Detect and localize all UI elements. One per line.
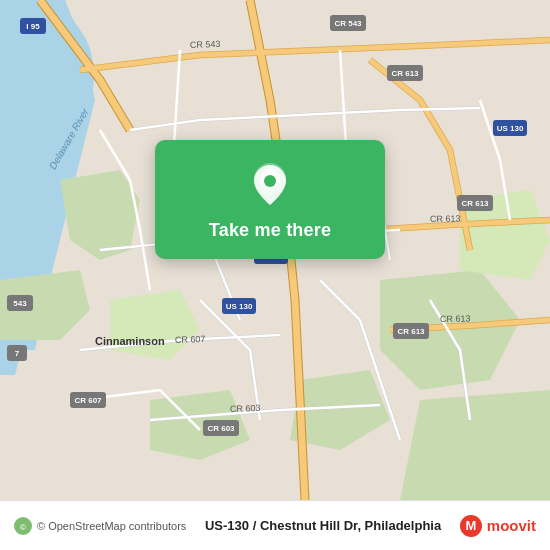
svg-text:7: 7	[15, 349, 20, 358]
svg-text:CR 603: CR 603	[207, 424, 235, 433]
svg-text:CR 607: CR 607	[74, 396, 102, 405]
svg-text:CR 543: CR 543	[190, 39, 221, 50]
svg-text:CR 607: CR 607	[175, 334, 206, 345]
osm-credit-text: © OpenStreetMap contributors	[37, 520, 186, 532]
take-me-there-button[interactable]: Take me there	[209, 220, 331, 241]
svg-text:©: ©	[20, 523, 26, 532]
moovit-logo: M moovit	[460, 515, 536, 537]
svg-text:CR 613: CR 613	[461, 199, 489, 208]
svg-text:US 130: US 130	[226, 302, 253, 311]
svg-text:US 130: US 130	[497, 124, 524, 133]
bottom-bar: © © OpenStreetMap contributors US-130 / …	[0, 500, 550, 550]
svg-text:CR 613: CR 613	[391, 69, 419, 78]
svg-text:543: 543	[13, 299, 27, 308]
moovit-brand-text: moovit	[487, 517, 536, 534]
osm-logo-icon: ©	[14, 517, 32, 535]
svg-text:CR 613: CR 613	[397, 327, 425, 336]
svg-text:I 95: I 95	[26, 22, 40, 31]
svg-text:Cinnaminson: Cinnaminson	[95, 335, 165, 347]
map-container: CR 543 CR 613 CR 613 CR 607 CR 603 I 95 …	[0, 0, 550, 500]
svg-point-34	[264, 175, 276, 187]
svg-text:CR 613: CR 613	[440, 313, 471, 324]
moovit-m-icon: M	[460, 515, 482, 537]
address-label: US-130 / Chestnut Hill Dr, Philadelphia	[186, 518, 459, 533]
svg-text:CR 613: CR 613	[430, 213, 461, 224]
svg-text:CR 603: CR 603	[230, 403, 261, 414]
location-pin-icon	[246, 160, 294, 208]
action-card[interactable]: Take me there	[155, 140, 385, 259]
osm-credit: © © OpenStreetMap contributors	[14, 517, 186, 535]
svg-text:CR 543: CR 543	[334, 19, 362, 28]
